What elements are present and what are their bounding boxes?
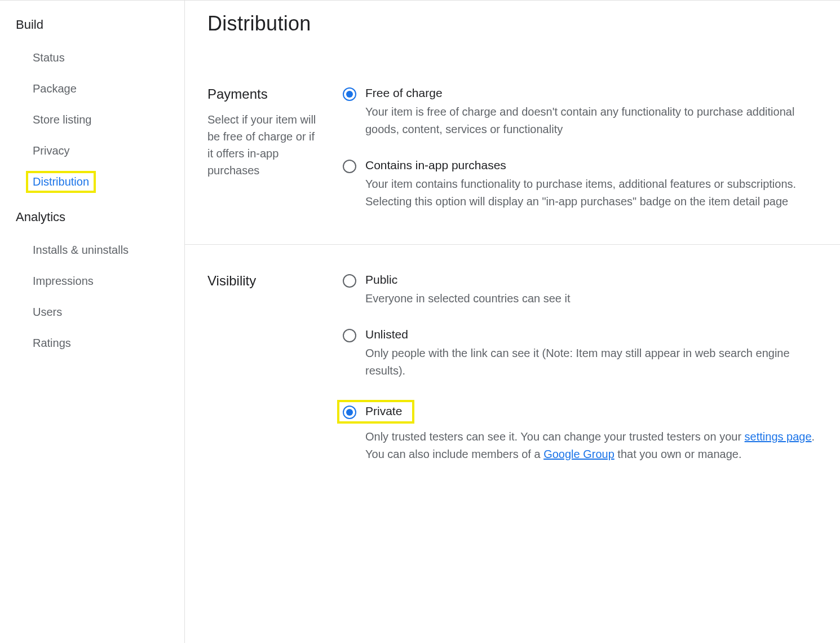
private-desc-line2-suffix: that you own or manage. — [614, 448, 742, 460]
section-visibility-right: Public Everyone in selected countries ca… — [343, 273, 817, 463]
section-visibility-left: Visibility — [207, 273, 320, 463]
main-content: Distribution Payments Select if your ite… — [185, 1, 840, 643]
sidebar-header-build: Build — [0, 12, 184, 42]
radio-free-label: Free of charge — [365, 86, 817, 100]
sidebar: Build Status Package Store listing Priva… — [0, 1, 185, 643]
radio-iap-label: Contains in-app purchases — [365, 158, 817, 172]
sidebar-header-analytics: Analytics — [0, 204, 184, 235]
private-desc-line2-prefix: You can also include members of a — [365, 448, 543, 460]
private-desc-after1: . — [812, 430, 815, 443]
visibility-title: Visibility — [207, 273, 320, 289]
radio-private-label: Private — [365, 404, 402, 418]
radio-public[interactable] — [343, 274, 356, 288]
radio-public-description: Everyone in selected countries can see i… — [365, 290, 817, 307]
radio-private[interactable] — [343, 406, 356, 419]
section-payments: Payments Select if your item will be fre… — [185, 86, 840, 245]
sidebar-section-build: Build Status Package Store listing Priva… — [0, 12, 184, 197]
sidebar-item-installs[interactable]: Installs & uninstalls — [0, 235, 145, 266]
sidebar-item-privacy[interactable]: Privacy — [0, 135, 87, 166]
sidebar-item-distribution-highlight: Distribution — [26, 171, 96, 193]
radio-iap-description: Your item contains functionality to purc… — [365, 175, 817, 210]
sidebar-item-ratings[interactable]: Ratings — [0, 328, 88, 359]
section-payments-left: Payments Select if your item will be fre… — [207, 86, 320, 210]
sidebar-section-analytics: Analytics Installs & uninstalls Impressi… — [0, 204, 184, 359]
google-group-link[interactable]: Google Group — [543, 448, 614, 460]
radio-option-public: Public Everyone in selected countries ca… — [343, 273, 817, 307]
sidebar-item-status[interactable]: Status — [0, 42, 82, 73]
radio-private-highlight: Private — [337, 400, 414, 424]
radio-private-description: Only trusted testers can see it. You can… — [365, 428, 817, 463]
radio-unlisted-label: Unlisted — [365, 328, 817, 341]
sidebar-item-distribution[interactable]: Distribution — [33, 175, 89, 188]
radio-unlisted-description: Only people with the link can see it (No… — [365, 345, 817, 380]
radio-free-content: Free of charge Your item is free of char… — [365, 86, 817, 138]
radio-free-description: Your item is free of charge and doesn't … — [365, 103, 817, 138]
radio-iap[interactable] — [343, 160, 356, 173]
sidebar-item-impressions[interactable]: Impressions — [0, 266, 110, 297]
radio-option-private: Private Only trusted testers can see it.… — [343, 400, 817, 463]
section-visibility: Visibility Public Everyone in selected c… — [207, 273, 817, 497]
radio-option-iap: Contains in-app purchases Your item cont… — [343, 158, 817, 210]
radio-public-content: Public Everyone in selected countries ca… — [365, 273, 817, 307]
section-payments-right: Free of charge Your item is free of char… — [343, 86, 817, 210]
private-desc-prefix: Only trusted testers can see it. You can… — [365, 430, 745, 443]
sidebar-item-package[interactable]: Package — [0, 73, 94, 104]
radio-option-unlisted: Unlisted Only people with the link can s… — [343, 328, 817, 380]
payments-title: Payments — [207, 86, 320, 102]
page-title: Distribution — [207, 12, 817, 36]
sidebar-item-users[interactable]: Users — [0, 297, 79, 328]
payments-subtitle: Select if your item will be free of char… — [207, 111, 320, 179]
radio-private-content: Only trusted testers can see it. You can… — [365, 428, 817, 463]
settings-page-link[interactable]: settings page — [745, 430, 812, 443]
radio-option-free: Free of charge Your item is free of char… — [343, 86, 817, 138]
radio-public-label: Public — [365, 273, 817, 287]
radio-iap-content: Contains in-app purchases Your item cont… — [365, 158, 817, 210]
sidebar-item-store-listing[interactable]: Store listing — [0, 104, 109, 135]
radio-unlisted-content: Unlisted Only people with the link can s… — [365, 328, 817, 380]
radio-free[interactable] — [343, 87, 356, 101]
radio-unlisted[interactable] — [343, 329, 356, 342]
